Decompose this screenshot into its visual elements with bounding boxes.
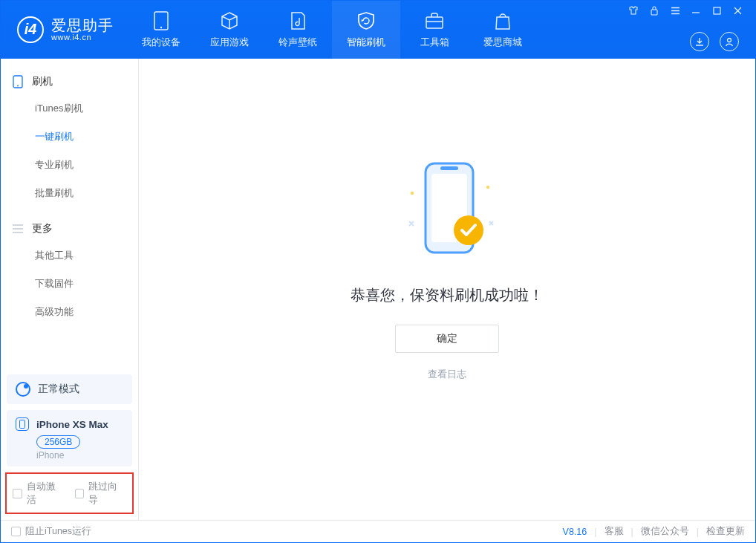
device-capacity: 256GB <box>36 435 80 449</box>
sidebar-item-batch-flash[interactable]: 批量刷机 <box>1 179 138 207</box>
checkbox-block-itunes[interactable]: 阻止iTunes运行 <box>11 525 91 538</box>
phone-icon <box>151 10 172 31</box>
user-icon[interactable] <box>720 32 739 51</box>
mode-label: 正常模式 <box>38 383 79 396</box>
success-message: 恭喜您，保资料刷机成功啦！ <box>351 285 544 305</box>
support-link[interactable]: 客服 <box>605 525 624 538</box>
main-content: 恭喜您，保资料刷机成功啦！ 确定 查看日志 <box>139 59 755 520</box>
user-controls <box>690 32 739 51</box>
shirt-icon[interactable] <box>628 5 639 16</box>
sidebar-cat-flash: 刷机 <box>1 69 138 94</box>
svg-rect-2 <box>426 17 443 28</box>
title-bar: i4 爱思助手 www.i4.cn 我的设备 应用游戏 铃声壁纸 智能刷机 <box>1 1 755 59</box>
svg-point-10 <box>486 186 489 189</box>
phone-small-icon <box>11 75 25 88</box>
app-window: i4 爱思助手 www.i4.cn 我的设备 应用游戏 铃声壁纸 智能刷机 <box>0 0 756 543</box>
svg-rect-14 <box>440 166 458 170</box>
logo-text: 爱思助手 www.i4.cn <box>51 18 114 42</box>
nav-label: 爱思商城 <box>483 36 522 49</box>
status-bar: 阻止iTunes运行 V8.16 | 客服 | 微信公众号 | 检查更新 <box>1 520 755 542</box>
check-update-link[interactable]: 检查更新 <box>706 525 745 538</box>
body: 刷机 iTunes刷机 一键刷机 专业刷机 批量刷机 更多 其他工具 下载固件 … <box>1 59 755 520</box>
sidebar-scroll: 刷机 iTunes刷机 一键刷机 专业刷机 批量刷机 更多 其他工具 下载固件 … <box>1 59 138 368</box>
nav-my-device[interactable]: 我的设备 <box>127 1 195 59</box>
svg-point-1 <box>160 27 162 28</box>
menu-small-icon <box>11 222 25 235</box>
window-controls <box>628 5 743 16</box>
options-highlight: 自动激活 跳过向导 <box>5 472 134 514</box>
menu-icon[interactable] <box>669 5 681 16</box>
top-nav: 我的设备 应用游戏 铃声壁纸 智能刷机 工具箱 爱思商城 <box>127 1 537 59</box>
minimize-icon[interactable] <box>690 5 702 16</box>
checkbox-box-icon <box>75 489 85 498</box>
checkbox-label: 跳过向导 <box>88 480 126 507</box>
sidebar-item-advanced[interactable]: 高级功能 <box>1 298 138 326</box>
nav-apps-games[interactable]: 应用游戏 <box>195 1 264 59</box>
success-illustration <box>377 153 518 267</box>
titlebar-right <box>628 1 748 59</box>
status-left: 阻止iTunes运行 <box>11 525 91 538</box>
download-icon[interactable] <box>690 32 709 51</box>
wechat-link[interactable]: 微信公众号 <box>641 525 689 538</box>
sidebar: 刷机 iTunes刷机 一键刷机 专业刷机 批量刷机 更多 其他工具 下载固件 … <box>1 59 139 520</box>
status-right: V8.16 | 客服 | 微信公众号 | 检查更新 <box>563 525 745 538</box>
sidebar-item-other-tools[interactable]: 其他工具 <box>1 241 138 270</box>
device-card[interactable]: iPhone XS Max 256GB iPhone <box>7 410 132 466</box>
view-log-link[interactable]: 查看日志 <box>428 368 466 381</box>
music-file-icon <box>287 10 308 31</box>
nav-smart-flash[interactable]: 智能刷机 <box>332 1 400 59</box>
separator: | <box>697 527 699 537</box>
separator: | <box>631 527 633 537</box>
checkbox-box-icon <box>13 489 22 498</box>
checkbox-auto-activate[interactable]: 自动激活 <box>13 480 65 507</box>
version-label: V8.16 <box>563 527 587 537</box>
separator: | <box>594 527 596 537</box>
sidebar-cat-label: 更多 <box>32 222 53 235</box>
checkbox-skip-guide[interactable]: 跳过向导 <box>75 480 127 507</box>
device-phone-icon <box>16 417 29 431</box>
checkbox-box-icon <box>11 527 21 536</box>
ok-button[interactable]: 确定 <box>395 325 499 353</box>
sidebar-item-download-firmware[interactable]: 下载固件 <box>1 270 138 298</box>
cube-icon <box>219 10 240 31</box>
mode-icon <box>16 382 30 397</box>
maximize-icon[interactable] <box>711 5 723 16</box>
nav-label: 工具箱 <box>420 36 449 49</box>
svg-rect-4 <box>714 7 720 14</box>
shield-refresh-icon <box>356 10 377 31</box>
svg-rect-3 <box>651 10 657 15</box>
app-title: 爱思助手 <box>51 18 114 33</box>
nav-label: 应用游戏 <box>210 36 249 49</box>
sidebar-cat-more: 更多 <box>1 216 138 241</box>
logo: i4 爱思助手 www.i4.cn <box>1 1 127 59</box>
nav-label: 我的设备 <box>142 36 180 49</box>
lock-icon[interactable] <box>648 5 660 16</box>
sidebar-item-oneclick-flash[interactable]: 一键刷机 <box>1 123 138 151</box>
nav-toolbox[interactable]: 工具箱 <box>400 1 469 59</box>
svg-rect-8 <box>20 420 25 429</box>
svg-point-5 <box>728 39 731 42</box>
device-name: iPhone XS Max <box>36 419 108 430</box>
svg-point-9 <box>411 192 414 195</box>
nav-label: 智能刷机 <box>347 36 385 49</box>
sidebar-item-itunes-flash[interactable]: iTunes刷机 <box>1 94 138 123</box>
device-type: iPhone <box>36 450 123 461</box>
bag-icon <box>492 10 513 31</box>
svg-point-7 <box>17 85 19 87</box>
sidebar-bottom: 正常模式 iPhone XS Max 256GB iPhone 自动激活 <box>1 368 138 520</box>
sidebar-cat-label: 刷机 <box>32 75 53 88</box>
mode-card[interactable]: 正常模式 <box>7 374 132 404</box>
nav-store[interactable]: 爱思商城 <box>469 1 537 59</box>
checkbox-label: 自动激活 <box>27 480 65 507</box>
briefcase-icon <box>424 10 445 31</box>
checkbox-label: 阻止iTunes运行 <box>25 525 91 538</box>
sidebar-item-pro-flash[interactable]: 专业刷机 <box>1 151 138 179</box>
logo-icon: i4 <box>17 16 44 43</box>
nav-ring-wallpaper[interactable]: 铃声壁纸 <box>264 1 332 59</box>
nav-label: 铃声壁纸 <box>278 36 317 49</box>
app-subtitle: www.i4.cn <box>51 33 114 42</box>
close-icon[interactable] <box>731 5 743 16</box>
